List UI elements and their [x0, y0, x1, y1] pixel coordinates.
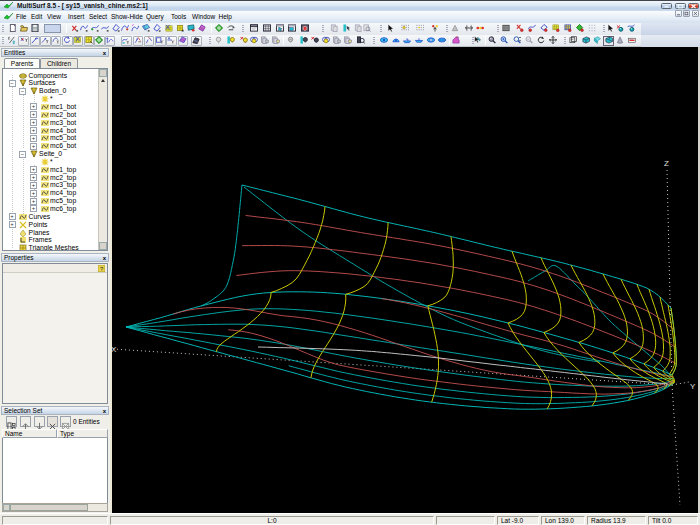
- svg-text:Y: Y: [690, 382, 696, 391]
- svg-text:Z: Z: [664, 159, 669, 168]
- svg-text:X: X: [112, 345, 117, 354]
